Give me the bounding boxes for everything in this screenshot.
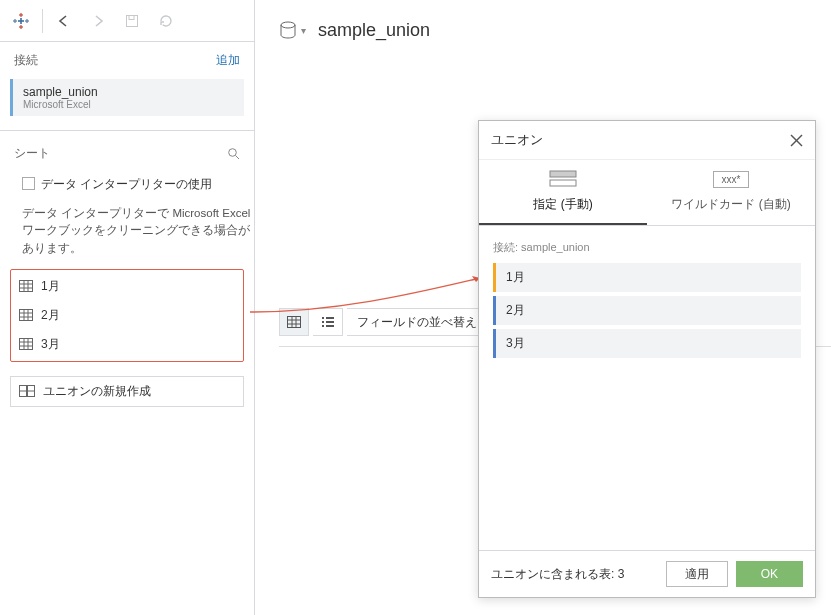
datasource-name[interactable]: sample_union bbox=[318, 20, 430, 41]
connection-name: sample_union bbox=[23, 85, 234, 99]
data-interpreter-help: データ インタープリターで Microsoft Excel ワークブックをクリー… bbox=[0, 199, 254, 267]
union-count-value: 3 bbox=[618, 567, 625, 581]
toolbar bbox=[0, 0, 254, 42]
tableau-logo-icon[interactable] bbox=[6, 6, 36, 36]
connections-label: 接続 bbox=[14, 52, 38, 69]
table-name: 3月 bbox=[41, 336, 60, 353]
svg-rect-14 bbox=[20, 281, 33, 292]
grid-view-button[interactable] bbox=[279, 308, 309, 336]
table-icon bbox=[19, 280, 33, 292]
data-interpreter-checkbox[interactable]: データ インタープリターの使用 bbox=[22, 176, 240, 193]
union-count-label: ユニオンに含まれる表: 3 bbox=[491, 566, 658, 583]
table-row[interactable]: 3月 bbox=[11, 330, 243, 359]
svg-point-32 bbox=[281, 22, 295, 28]
tables-list-highlight: 1月 2月 3月 bbox=[10, 269, 244, 362]
svg-rect-19 bbox=[20, 310, 33, 321]
svg-rect-46 bbox=[550, 171, 576, 177]
database-icon bbox=[279, 21, 297, 41]
dialog-connection-label: 接続: sample_union bbox=[493, 240, 801, 255]
union-icon bbox=[19, 385, 35, 397]
grid-toolbar: フィールドの並べ替え bbox=[279, 308, 488, 336]
svg-line-13 bbox=[236, 156, 240, 160]
table-row[interactable]: 2月 bbox=[11, 301, 243, 330]
tab-wildcard-label: ワイルドカード (自動) bbox=[671, 197, 790, 211]
union-row[interactable]: 3月 bbox=[493, 329, 801, 358]
tab-wildcard[interactable]: xxx* ワイルドカード (自動) bbox=[647, 160, 815, 225]
svg-rect-24 bbox=[20, 339, 33, 350]
back-button[interactable] bbox=[49, 6, 79, 36]
table-row[interactable]: 1月 bbox=[11, 272, 243, 301]
union-row[interactable]: 2月 bbox=[493, 296, 801, 325]
checkbox-icon bbox=[22, 177, 35, 190]
apply-button[interactable]: 適用 bbox=[666, 561, 728, 587]
sheets-label: シート bbox=[14, 145, 50, 162]
add-connection-link[interactable]: 追加 bbox=[216, 52, 240, 69]
save-button[interactable] bbox=[117, 6, 147, 36]
table-icon bbox=[19, 309, 33, 321]
ok-button[interactable]: OK bbox=[736, 561, 803, 587]
sort-fields-label[interactable]: フィールドの並べ替え bbox=[347, 308, 488, 336]
refresh-button[interactable] bbox=[151, 6, 181, 36]
wildcard-tab-icon: xxx* bbox=[653, 168, 809, 190]
tab-manual[interactable]: 指定 (手動) bbox=[479, 160, 647, 225]
connection-type: Microsoft Excel bbox=[23, 99, 234, 110]
union-dialog: ユニオン 指定 (手動) xxx* ワイルドカード (自動) 接続: sampl… bbox=[478, 120, 816, 598]
dialog-title: ユニオン bbox=[491, 131, 543, 149]
svg-rect-10 bbox=[127, 15, 138, 26]
connection-item[interactable]: sample_union Microsoft Excel bbox=[10, 79, 244, 116]
svg-rect-33 bbox=[288, 317, 301, 328]
svg-point-12 bbox=[229, 149, 237, 157]
list-view-button[interactable] bbox=[313, 308, 343, 336]
svg-rect-11 bbox=[129, 15, 134, 19]
data-interpreter-label: データ インタープリターの使用 bbox=[41, 176, 212, 193]
datasource-title: ▾ sample_union bbox=[279, 20, 807, 41]
sheets-header: シート bbox=[0, 135, 254, 172]
manual-tab-icon bbox=[485, 168, 641, 190]
new-union-label: ユニオンの新規作成 bbox=[43, 383, 151, 400]
new-union-button[interactable]: ユニオンの新規作成 bbox=[10, 376, 244, 407]
svg-rect-47 bbox=[550, 180, 576, 186]
tab-manual-label: 指定 (手動) bbox=[533, 197, 592, 211]
search-icon[interactable] bbox=[227, 147, 240, 160]
sidebar: 接続 追加 sample_union Microsoft Excel シート デ… bbox=[0, 0, 255, 615]
table-name: 1月 bbox=[41, 278, 60, 295]
forward-button[interactable] bbox=[83, 6, 113, 36]
table-icon bbox=[19, 338, 33, 350]
connections-header: 接続 追加 bbox=[0, 42, 254, 79]
table-name: 2月 bbox=[41, 307, 60, 324]
close-icon[interactable] bbox=[790, 134, 803, 147]
union-row[interactable]: 1月 bbox=[493, 263, 801, 292]
